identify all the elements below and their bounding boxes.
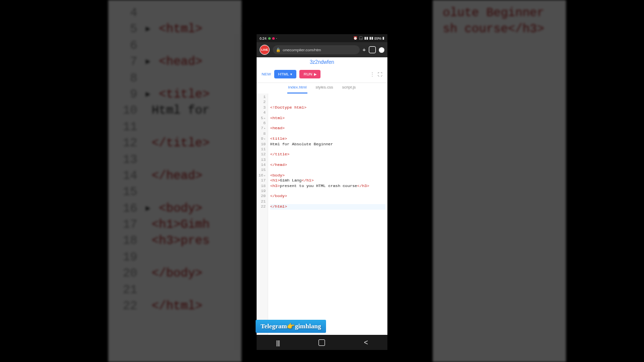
profile-avatar[interactable]: LIVE: [260, 45, 270, 55]
project-name[interactable]: 3z2ndwfen: [257, 57, 387, 66]
code-area[interactable]: <!Doctype html><html><head><title>Html f…: [268, 94, 387, 335]
tabs-icon[interactable]: [369, 46, 376, 53]
alarm-icon: ⏰: [353, 36, 358, 40]
headphones-icon: 🎧: [359, 36, 363, 40]
code-line[interactable]: <!Doctype html>: [270, 105, 385, 110]
new-tab-icon[interactable]: +: [363, 47, 366, 53]
code-line[interactable]: [270, 95, 385, 100]
status-time: 6:24: [260, 37, 267, 40]
file-tabs: index.html styles.css script.js: [257, 83, 387, 94]
browser-toolbar: LIVE 🔒 onecompiler.com/htm +: [257, 42, 387, 57]
signal-icon: ▮▮: [369, 36, 373, 40]
status-indicator-icon: [272, 37, 275, 40]
chevron-down-icon: ▾: [290, 72, 292, 76]
run-button[interactable]: RUN ▶: [299, 70, 320, 78]
fullscreen-icon[interactable]: ⛶: [378, 72, 382, 77]
code-line[interactable]: <h3>present to you HTML crash course</h3…: [270, 184, 385, 189]
code-line[interactable]: <body>: [270, 173, 385, 178]
android-navbar: ||| <: [257, 335, 387, 350]
editor-toolbar: NEW HTML ▾ RUN ▶ ⋮ ⛶: [257, 66, 387, 83]
new-button[interactable]: NEW: [262, 72, 271, 76]
code-editor[interactable]: 12345678910111213141516171819202122 <!Do…: [257, 94, 387, 335]
code-line[interactable]: [270, 157, 385, 162]
code-line[interactable]: </title>: [270, 152, 385, 157]
language-dropdown[interactable]: HTML ▾: [274, 70, 297, 78]
code-line[interactable]: <head>: [270, 126, 385, 131]
status-indicator-icon: [268, 37, 271, 40]
code-line[interactable]: </head>: [270, 162, 385, 167]
code-line[interactable]: [270, 100, 385, 105]
telegram-banner: Telegram👉gimhlang: [256, 320, 326, 333]
phone-frame: 6:24 · ⏰ 🎧 ▮▮ ▮▮ 89% ▮ LIVE 🔒 onecompile…: [257, 34, 387, 350]
tab-styles-css[interactable]: styles.css: [314, 83, 334, 94]
code-line[interactable]: <title>: [270, 136, 385, 141]
nav-recents-button[interactable]: |||: [276, 339, 280, 346]
code-line[interactable]: Html for Absolute Beginner: [270, 142, 385, 147]
code-line[interactable]: [270, 121, 385, 126]
code-line[interactable]: [270, 131, 385, 136]
play-icon: ▶: [314, 72, 316, 76]
tab-index-html[interactable]: index.html: [287, 83, 307, 94]
battery-icon: ▮: [382, 36, 384, 40]
battery-percent: 89%: [374, 37, 381, 40]
code-line[interactable]: [270, 167, 385, 172]
url-text: onecompiler.com/htm: [283, 48, 321, 52]
nav-back-button[interactable]: <: [364, 338, 368, 346]
code-line[interactable]: [270, 189, 385, 194]
nav-home-button[interactable]: [318, 339, 325, 346]
code-line[interactable]: </body>: [270, 194, 385, 199]
code-line[interactable]: <h1>Gimh Lang</h1>: [270, 178, 385, 183]
lock-icon: 🔒: [276, 48, 281, 52]
menu-icon[interactable]: [379, 47, 384, 53]
code-line[interactable]: [270, 199, 385, 204]
status-bar: 6:24 · ⏰ 🎧 ▮▮ ▮▮ 89% ▮: [257, 34, 387, 42]
signal-icon: ▮▮: [364, 36, 368, 40]
more-options-icon[interactable]: ⋮: [370, 71, 375, 77]
tab-script-js[interactable]: script.js: [341, 83, 357, 94]
line-gutter: 12345678910111213141516171819202122: [257, 94, 268, 335]
url-bar[interactable]: 🔒 onecompiler.com/htm: [273, 45, 360, 54]
status-more-icon: ·: [276, 37, 277, 40]
code-line[interactable]: <html>: [270, 116, 385, 121]
code-line[interactable]: </html>: [270, 204, 385, 209]
code-line[interactable]: [270, 110, 385, 115]
code-line[interactable]: [270, 147, 385, 152]
